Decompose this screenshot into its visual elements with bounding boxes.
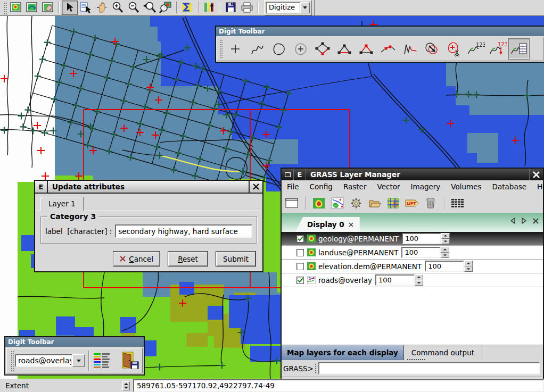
spin-up[interactable] (441, 247, 449, 253)
layer-row-geology[interactable]: geology@PERMANENT 100 (282, 232, 543, 246)
opacity-spinbox[interactable]: 100 (401, 247, 449, 258)
tool-digitize-point[interactable] (224, 38, 246, 60)
print-button[interactable] (239, 1, 255, 15)
pan-button[interactable] (94, 1, 110, 15)
statusbar-mode-arrows[interactable] (122, 381, 130, 390)
tool-move-element[interactable] (421, 38, 442, 60)
menu-volumes[interactable]: Volumes (446, 182, 487, 191)
svg-text:123: 123 (498, 41, 507, 47)
menu-file[interactable]: File (282, 182, 304, 191)
add-vector-layer-button[interactable] (329, 196, 345, 210)
tool-add-vertex[interactable] (333, 38, 355, 60)
save-button[interactable] (223, 1, 239, 15)
tab-map-layers[interactable]: Map layers for each display (282, 345, 404, 360)
tool-display-categories[interactable]: 123 (464, 38, 486, 60)
spin-down[interactable] (464, 266, 473, 272)
tool-edit-line[interactable] (399, 38, 421, 60)
layer-manager-titlebar[interactable]: E GRASS Layer Manager (282, 169, 543, 180)
label-field[interactable]: secondary highway, hard surface (115, 224, 252, 238)
zoom-back-button[interactable] (142, 1, 158, 15)
menu-config[interactable]: Config (304, 182, 338, 191)
position-button[interactable] (201, 1, 217, 15)
close-icon[interactable] (529, 169, 543, 180)
save-and-exit-icon[interactable] (119, 351, 139, 370)
tab-close-icon[interactable] (349, 222, 353, 227)
tab-command-output[interactable]: Command output (404, 345, 482, 360)
restore-icon[interactable] (282, 169, 294, 180)
toolbar-grip[interactable] (3, 2, 7, 14)
tool-copy-categories[interactable]: 123 (486, 38, 508, 60)
zoom-region-button[interactable] (158, 1, 174, 15)
digit-settings-grip[interactable] (10, 350, 14, 371)
tool-delete-element[interactable] (442, 38, 464, 60)
layer-row-roads[interactable]: roads@overlay 100 (282, 273, 543, 287)
submit-button[interactable]: Submit (216, 251, 256, 266)
add-labels-button[interactable]: LIPT (404, 196, 420, 210)
tab-prev-icon[interactable] (510, 218, 515, 224)
statusbar-mode-select[interactable]: Extent (0, 379, 133, 392)
delete-layer-trash-icon[interactable] (423, 196, 439, 210)
vector-map-dropdown-arrow[interactable] (72, 354, 85, 367)
pointer-button[interactable] (62, 1, 78, 15)
menubar: File Config Raster Vector Imagery Volume… (282, 180, 543, 193)
menu-help[interactable]: Help (532, 182, 544, 191)
digit-toolbar-grip[interactable] (219, 39, 223, 59)
display-map-button[interactable] (8, 1, 24, 15)
vector-map-select[interactable]: roads@overlay (15, 354, 85, 367)
layer-checkbox[interactable] (296, 277, 304, 284)
dialog-titlebar[interactable]: E Update attributes (35, 181, 262, 194)
menu-raster[interactable]: Raster (338, 182, 372, 191)
tab-display-0[interactable]: Display 0 (295, 217, 360, 232)
spin-up[interactable] (464, 261, 473, 266)
layer-checkbox[interactable] (296, 249, 304, 256)
spin-down[interactable] (441, 239, 450, 245)
tool-split-line[interactable] (377, 38, 399, 60)
spin-up[interactable] (441, 233, 450, 239)
reset-button[interactable]: Reset (168, 251, 208, 266)
tool-remove-vertex[interactable] (355, 38, 377, 60)
layer-row-elevation[interactable]: elevation.dem@PERMANENT 100 (282, 260, 543, 273)
tool-move-vertex[interactable] (311, 38, 333, 60)
digitize-dropdown-arrow[interactable] (300, 2, 310, 13)
tab-next-icon[interactable] (522, 218, 526, 224)
opacity-spinbox[interactable]: 100 (402, 233, 450, 244)
digitize-mode-select[interactable]: Digitize (264, 0, 312, 15)
spin-up[interactable] (415, 274, 423, 280)
menu-imagery[interactable]: Imagery (406, 182, 446, 191)
menu-vector[interactable]: Vector (372, 182, 405, 191)
layer-row-landuse[interactable]: landuse@PERMANENT 100 (282, 246, 543, 260)
window-menu-button[interactable]: E (294, 169, 306, 180)
zoom-in-button[interactable] (110, 1, 126, 15)
opacity-spinbox[interactable]: 100 (375, 274, 423, 286)
opacity-spinbox[interactable]: 100 (425, 261, 473, 272)
close-icon[interactable] (249, 181, 262, 193)
tool-digitize-line[interactable] (246, 38, 268, 60)
digit-settings-titlebar[interactable]: Digit Toolbar (5, 337, 144, 347)
window-menu-button[interactable]: E (35, 181, 48, 193)
tab-layer-1[interactable]: Layer 1 (40, 197, 84, 211)
layer-checkbox[interactable] (296, 263, 304, 270)
tool-digitize-boundary[interactable] (268, 38, 290, 60)
attribute-table-button[interactable] (450, 196, 466, 210)
spin-down[interactable] (415, 280, 423, 286)
tab-close-all-icon[interactable] (533, 218, 539, 224)
tool-digitize-centroid[interactable] (290, 38, 311, 60)
georectify-grid-icon[interactable] (385, 196, 401, 210)
query-button[interactable] (78, 1, 94, 15)
zoom-out-button[interactable] (126, 1, 142, 15)
menu-database[interactable]: Database (487, 182, 532, 191)
open-workspace-folder-icon[interactable] (367, 196, 383, 210)
modules-gear-icon[interactable] (348, 196, 364, 210)
add-raster-layer-button[interactable] (311, 196, 327, 210)
erase-button[interactable] (40, 1, 56, 15)
grass-command-input[interactable] (318, 362, 540, 374)
redraw-button[interactable] (24, 1, 40, 15)
cancel-button[interactable]: Cancel (113, 251, 160, 266)
analyze-button[interactable] (179, 1, 195, 15)
layer-checkbox[interactable] (296, 235, 304, 243)
digit-toolbar-titlebar[interactable]: Digit Toolbar (216, 27, 544, 36)
new-display-button[interactable] (284, 196, 300, 210)
symbology-legend-icon[interactable] (93, 352, 114, 370)
spin-down[interactable] (441, 253, 449, 258)
tool-display-attributes[interactable] (508, 38, 530, 60)
